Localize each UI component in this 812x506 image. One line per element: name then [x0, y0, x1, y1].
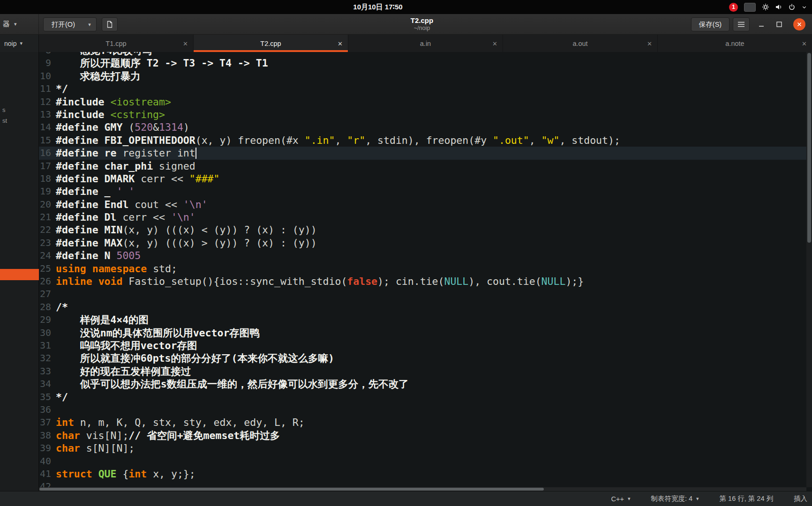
code-line: 37int n, m, K, Q, stx, sty, edx, edy, L,…	[39, 416, 806, 429]
line-number: 40	[39, 455, 51, 468]
code-line: 8 感觉T4比较可写	[39, 52, 806, 57]
close-button[interactable]	[793, 18, 805, 30]
code-line-text: */	[51, 82, 68, 95]
code-line: 29 样例是4×4的图	[39, 313, 806, 326]
code-line-text: int n, m, K, Q, stx, sty, edx, edy, L, R…	[51, 416, 305, 429]
system-status-area[interactable]	[762, 3, 807, 11]
code-line-text: 好的现在五发样例直接过	[51, 365, 191, 378]
tab-a.in[interactable]: a.in✕	[348, 35, 503, 52]
line-number: 8	[39, 52, 51, 57]
code-line-text: */	[51, 391, 68, 403]
tab-label: a.out	[572, 40, 587, 47]
line-number: 16	[39, 147, 51, 159]
horizontal-scrollbar-thumb[interactable]	[39, 488, 544, 491]
line-number: 35	[39, 391, 51, 403]
code-line-text: 似乎可以想办法把s数组压成一维的，然后好像可以水到更多分，先不改了	[51, 378, 409, 390]
code-line: 22#define MIN(x, y) (((x) < (y)) ? (x) :…	[39, 223, 806, 236]
tab-T2.cpp[interactable]: T2.cpp✕	[193, 35, 348, 52]
code-line: 34 似乎可以想办法把s数组压成一维的，然后好像可以水到更多分，先不改了	[39, 378, 806, 390]
line-number: 10	[39, 70, 51, 82]
tab-T1.cpp[interactable]: T1.cpp✕	[39, 35, 193, 52]
code-line: 20#define Endl cout << '\n'	[39, 198, 806, 211]
power-icon[interactable]	[788, 3, 796, 11]
editor[interactable]: 8 感觉T4比较可写9 所以开题顺序 T2 -> T3 -> T4 -> T11…	[39, 52, 812, 491]
title-block: T2.cpp ~/noip	[375, 16, 469, 32]
code-line-text	[51, 403, 56, 416]
tab-close-icon[interactable]: ✕	[338, 40, 343, 47]
insert-mode-indicator[interactable]: 插入	[794, 494, 807, 503]
new-document-button[interactable]	[102, 17, 118, 31]
notification-badge[interactable]: 1	[729, 3, 738, 12]
open-dropdown-button[interactable]: ▾	[83, 17, 97, 31]
horizontal-scrollbar[interactable]	[39, 487, 806, 491]
vertical-scrollbar[interactable]	[806, 52, 812, 487]
chevron-down-icon: ▾	[20, 40, 23, 46]
tab-close-icon[interactable]: ✕	[802, 40, 807, 47]
tab-row: noip ▾ T1.cpp✕T2.cpp✕a.in✕a.out✕a.note✕	[0, 35, 812, 52]
side-panel[interactable]: sst	[0, 52, 39, 491]
minimize-button[interactable]	[758, 21, 765, 28]
tab-label: T2.cpp	[260, 40, 281, 47]
code-line: 13#include <cstring>	[39, 108, 806, 121]
line-number: 32	[39, 352, 51, 365]
code-line: 16#define re register int	[39, 147, 806, 159]
code-line-text: #include <cstring>	[51, 108, 165, 121]
code-line: 24#define N 5005	[39, 249, 806, 262]
minimize-icon	[758, 21, 765, 28]
clock[interactable]: 10月10日 17∶50	[328, 0, 428, 14]
tab-close-icon[interactable]: ✕	[492, 40, 497, 47]
chevron-down-icon: ▾	[628, 496, 631, 502]
code-line-text: #define GMY (520&1314)	[51, 121, 189, 134]
line-number: 14	[39, 121, 51, 134]
code-line-text: #define _ ' '	[51, 185, 135, 198]
line-number: 37	[39, 416, 51, 429]
code-line-text: 求稳先打暴力	[51, 70, 141, 82]
tab-close-icon[interactable]: ✕	[647, 40, 652, 47]
input-indicator-icon[interactable]	[744, 3, 756, 12]
side-panel-item[interactable]: s	[2, 106, 6, 113]
system-tray: 1	[729, 0, 807, 14]
maximize-button[interactable]	[775, 21, 783, 28]
tab-a.note[interactable]: a.note✕	[657, 35, 812, 52]
system-top-bar: 10月10日 17∶50 1	[0, 0, 812, 14]
code-line: 33 好的现在五发样例直接过	[39, 365, 806, 378]
code-line: 14#define GMY (520&1314)	[39, 121, 806, 134]
line-number: 24	[39, 249, 51, 262]
side-panel-selected-item[interactable]	[0, 269, 39, 280]
code-line-text	[51, 455, 56, 468]
code-line: 23#define MAX(x, y) (((x) > (y)) ? (x) :…	[39, 237, 806, 249]
window-controls	[758, 14, 805, 35]
tab-width-selector[interactable]: 制表符宽度: 4 ▾	[651, 494, 699, 503]
line-number: 17	[39, 160, 51, 172]
tab-bar: T1.cpp✕T2.cpp✕a.in✕a.out✕a.note✕	[39, 35, 812, 52]
code-area[interactable]: 8 感觉T4比较可写9 所以开题顺序 T2 -> T3 -> T4 -> T11…	[39, 52, 806, 491]
chevron-down-icon[interactable]	[801, 4, 807, 10]
line-number: 41	[39, 468, 51, 480]
code-line-text: 所以开题顺序 T2 -> T3 -> T4 -> T1	[51, 57, 268, 69]
code-line-text: #define N 5005	[51, 249, 141, 262]
line-number: 25	[39, 262, 51, 275]
gear-icon[interactable]	[762, 3, 769, 11]
vertical-scrollbar-thumb[interactable]	[807, 53, 811, 243]
tab-a.out[interactable]: a.out✕	[503, 35, 657, 52]
side-panel-item[interactable]: st	[2, 117, 7, 124]
app-menu[interactable]: 器 ▾	[0, 14, 39, 34]
menu-button[interactable]	[733, 17, 750, 31]
save-button[interactable]: 保存(S)	[691, 17, 729, 31]
side-panel-location-dropdown[interactable]: noip ▾	[0, 35, 39, 52]
side-panel-location-label: noip	[4, 40, 16, 47]
volume-icon[interactable]	[775, 3, 782, 11]
open-button[interactable]: 打开(O)	[43, 17, 83, 31]
code-line: 41struct QUE {int x, y;};	[39, 468, 806, 480]
language-selector[interactable]: C++ ▾	[611, 495, 630, 503]
line-number: 18	[39, 172, 51, 185]
line-number: 26	[39, 275, 51, 288]
window-title: T2.cpp	[375, 16, 469, 25]
cursor-position[interactable]: 第 16 行, 第 24 列	[720, 494, 773, 503]
tab-close-icon[interactable]: ✕	[183, 40, 188, 47]
code-line-text	[51, 288, 56, 300]
code-line-text: inline void Fastio_setup(){ios::sync_wit…	[51, 275, 584, 288]
code-line-text: 呜呜我不想用vector存图	[51, 339, 197, 352]
window-title-bar: 器 ▾ 打开(O) ▾ T2.cpp ~/noip 保存(S)	[0, 14, 812, 35]
line-number: 21	[39, 211, 51, 223]
